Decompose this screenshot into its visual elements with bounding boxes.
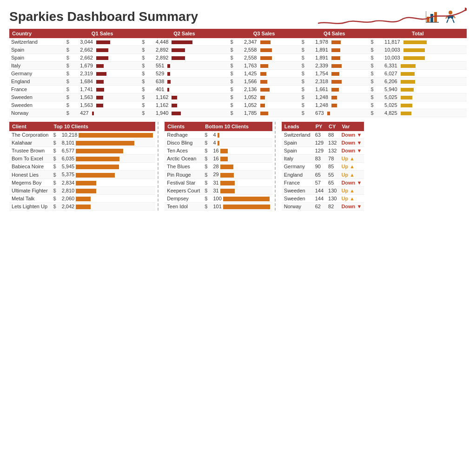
bottom10-client-name: Ten Aces: [165, 147, 202, 155]
leads-row: Sweeden 144 130 Up ▲: [282, 194, 364, 202]
leads-py: 63: [313, 131, 326, 139]
leads-row: Spain 129 132 Down ▼: [282, 147, 364, 155]
leads-var: Down ▼: [339, 202, 364, 210]
sales-country: Norway: [9, 109, 65, 117]
sales-q4-dollar: $: [300, 62, 314, 70]
sales-total-value: 6,027: [383, 70, 467, 78]
sales-q2-value: 551: [154, 62, 228, 70]
sales-country: Spain: [9, 54, 65, 62]
bottom10-dollar: $: [202, 202, 211, 210]
bottom10-value: 16: [211, 155, 272, 163]
bottom10-client-name: Keepers Court: [165, 186, 202, 194]
bottom10-value: 28: [211, 163, 272, 171]
sales-row: Spain $ 2,662 $ 2,892 $ 2,558 $ 1,891 $ …: [9, 46, 467, 54]
leads-row: England 65 55 Up ▲: [282, 171, 364, 178]
client-dollar: $: [51, 171, 60, 178]
sales-country: Germany: [9, 70, 65, 78]
leads-row: France 57 65 Down ▼: [282, 178, 364, 186]
sales-q2-value: 2,892: [154, 46, 228, 54]
section-divider-2: [275, 122, 276, 211]
dashboard-container: Sparkies Dashboard Summary: [9, 9, 467, 211]
client-value: 10,218: [60, 131, 156, 139]
leads-cy: 130: [326, 194, 339, 202]
sales-q4-dollar: $: [300, 38, 314, 46]
sales-q4-dollar: $: [300, 93, 314, 101]
svg-marker-8: [465, 7, 467, 11]
sales-row: France $ 1,741 $ 401 $ 2,136 $ 1,661 $ 5…: [9, 86, 467, 93]
sales-row: Spain $ 2,662 $ 2,892 $ 2,558 $ 1,891 $ …: [9, 54, 467, 62]
top10-row: Born To Excel $ 6,035: [9, 155, 155, 163]
client-name: The Corporation: [9, 131, 51, 139]
sales-q2-dollar: $: [140, 46, 154, 54]
sales-q4-dollar: $: [300, 109, 314, 117]
sales-q2-dollar: $: [140, 101, 154, 109]
bottom-section: Client Top 10 Clients The Corporation $ …: [9, 122, 467, 211]
sales-q3-dollar: $: [228, 86, 242, 93]
sales-q1-dollar: $: [65, 109, 79, 117]
bottom10-row: Disco Bling $ 4: [165, 139, 272, 147]
top10-client-header: Client: [9, 122, 51, 131]
sales-total-value: 5,940: [383, 86, 467, 93]
leads-country: Italy: [282, 155, 313, 163]
sales-row: Switzerland $ 3,044 $ 4,448 $ 2,347 $ 1,…: [9, 38, 467, 46]
sales-q3-dollar: $: [228, 93, 242, 101]
client-value: 5,945: [60, 163, 156, 171]
leads-var: Up ▲: [339, 163, 364, 171]
client-value: 2,060: [60, 194, 156, 202]
sales-q2-dollar: $: [140, 86, 154, 93]
leads-country: Germany: [282, 163, 313, 171]
sales-q4-dollar: $: [300, 78, 314, 86]
bottom10-table: Clients Bottom 10 Clients Redhage $ 4 Di…: [165, 122, 272, 211]
sales-q3-value: 2,136: [242, 86, 300, 93]
client-name: Born To Excel: [9, 155, 51, 163]
sales-table: Country Q1 Sales Q2 Sales Q3 Sales Q4 Sa…: [9, 29, 467, 117]
sales-row: Sweeden $ 1,563 $ 1,162 $ 1,052 $ 1,248 …: [9, 101, 467, 109]
sales-q3-value: 1,785: [242, 109, 300, 117]
leads-cy: 130: [326, 186, 339, 194]
sales-q2-value: 1,162: [154, 101, 228, 109]
sales-total-dollar: $: [369, 62, 383, 70]
leads-country: Spain: [282, 139, 313, 147]
sales-q3-value: 2,347: [242, 38, 300, 46]
leads-cy: 55: [326, 171, 339, 178]
col-q1: Q1 Sales: [65, 29, 140, 38]
sales-country: Sweeden: [9, 101, 65, 109]
client-value: 6,035: [60, 155, 156, 163]
top10-row: Honest Lies $ 5,375: [9, 171, 155, 178]
client-name: Honest Lies: [9, 171, 51, 178]
sales-q1-value: 2,319: [78, 70, 140, 78]
leads-cy: 85: [326, 163, 339, 171]
bottom10-dollar: $: [202, 178, 211, 186]
sales-q1-value: 3,044: [78, 38, 140, 46]
sales-q4-value: 1,891: [313, 46, 369, 54]
sales-country: Italy: [9, 62, 65, 70]
sales-q1-value: 1,563: [78, 93, 140, 101]
bottom10-value-header: Bottom 10 Clients: [202, 122, 272, 131]
leads-py: 65: [313, 171, 326, 178]
col-q2: Q2 Sales: [140, 29, 228, 38]
sales-q3-value: 1,052: [242, 101, 300, 109]
sales-total-dollar: $: [369, 86, 383, 93]
sales-total-value: 6,206: [383, 78, 467, 86]
client-value: 2,810: [60, 186, 156, 194]
sales-q2-value: 1,940: [154, 109, 228, 117]
col-q3: Q3 Sales: [228, 29, 299, 38]
sales-q2-dollar: $: [140, 109, 154, 117]
sales-q1-dollar: $: [65, 101, 79, 109]
top10-table: Client Top 10 Clients The Corporation $ …: [9, 122, 155, 211]
sales-q2-value: 1,162: [154, 93, 228, 101]
leads-py: 62: [313, 202, 326, 210]
bottom10-client-name: Arctic Ocean: [165, 155, 202, 163]
bottom10-dollar: $: [202, 186, 211, 194]
client-dollar: $: [51, 202, 60, 210]
sales-q4-value: 2,318: [313, 78, 369, 86]
leads-var: Up ▲: [339, 155, 364, 163]
bottom10-client-name: Teen Idol: [165, 202, 202, 210]
sales-q1-dollar: $: [65, 46, 79, 54]
leads-var: Up ▲: [339, 194, 364, 202]
sales-row: Norway $ 427 $ 1,940 $ 1,785 $ 673 $ 4,8…: [9, 109, 467, 117]
sales-q2-dollar: $: [140, 54, 154, 62]
bottom10-row: Festival Star $ 31: [165, 178, 272, 186]
client-name: Ultimate Fighter: [9, 186, 51, 194]
sales-country: England: [9, 78, 65, 86]
